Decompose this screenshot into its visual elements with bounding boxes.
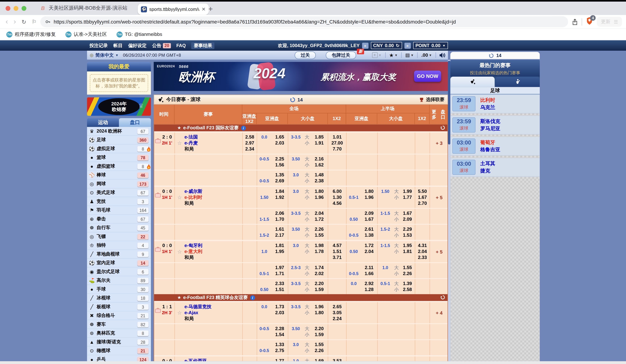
hot-away-team[interactable]: 格鲁吉亚 xyxy=(480,146,500,153)
1x2-cell[interactable] xyxy=(328,324,347,339)
site-permissions-icon[interactable] xyxy=(45,19,50,24)
hot-home-team[interactable]: 土耳其 xyxy=(480,160,495,167)
asian-handicap-cell[interactable]: 1.800.5-11.96 xyxy=(347,187,378,208)
update-button[interactable]: 更新 ☰ xyxy=(597,17,622,27)
asian-handicap-cell[interactable]: 2.110-0.51.66 xyxy=(347,263,378,278)
sidebar-sport-奥林匹克[interactable]: ⊚奥林匹克8 xyxy=(87,329,151,338)
more-markets-cell[interactable] xyxy=(430,279,448,294)
star-icon[interactable]: ★ xyxy=(177,295,181,300)
select-league-button[interactable]: 选择联赛 xyxy=(419,97,444,103)
sidebar-sport-竞技[interactable]: ♟竞技3 xyxy=(87,197,151,206)
sidebar-sport-2024 欧洲杯[interactable]: ♛2024 欧洲杯67 xyxy=(87,127,151,136)
reload-icon[interactable]: ↻ xyxy=(22,18,26,25)
more-markets-cell[interactable]: + 4 xyxy=(430,302,448,323)
promo-banner[interactable]: EURO2024 5666 欧洲杯 2024 累积流水，赢取大奖 GO NOW xyxy=(154,62,448,91)
half-1x2-cell[interactable] xyxy=(415,133,430,154)
away-team[interactable]: e-比利时 xyxy=(184,194,242,200)
asian-handicap-cell[interactable] xyxy=(347,340,378,355)
main-scrollbar[interactable] xyxy=(448,60,450,361)
close-tab-icon[interactable]: ✕ xyxy=(202,6,206,12)
refresh-icon[interactable] xyxy=(440,295,445,301)
over-under-cell[interactable] xyxy=(378,133,415,154)
minimize-window-button[interactable] xyxy=(14,6,18,10)
asian-handicap-cell[interactable] xyxy=(347,170,378,186)
tab-markets[interactable]: 盘口 xyxy=(119,118,151,127)
1x2-cell[interactable] xyxy=(328,340,347,355)
more-markets-cell[interactable] xyxy=(430,209,448,224)
half-1x2-cell[interactable] xyxy=(415,302,430,323)
over-under-cell[interactable]: 3-3.5大1.85 小1.91 xyxy=(288,133,328,154)
over-under-cell[interactable]: 0.5-1大1.39 小2.58 xyxy=(378,279,415,294)
ah-1x2-cell[interactable] xyxy=(243,154,257,170)
over-under-cell[interactable] xyxy=(378,170,415,186)
asian-handicap-cell[interactable] xyxy=(347,356,378,361)
home-team[interactable]: e-马德里竞技 xyxy=(184,304,242,310)
sidebar-sport-盖尔式足球[interactable]: ◉盖尔式足球6 xyxy=(87,267,151,276)
sidebar-sport-网球[interactable]: ◎网球173 xyxy=(87,180,151,188)
go-now-button[interactable]: GO NOW xyxy=(414,71,441,82)
1x2-cell[interactable]: 4.571.513.71 xyxy=(328,241,347,262)
over-under-cell[interactable]: 3-3.5大2.20 小1.59 xyxy=(288,279,328,294)
over-under-cell[interactable]: 1.0大1.55 小2.26 xyxy=(378,263,415,278)
more-markets-count[interactable]: + 3 xyxy=(430,134,448,152)
asian-handicap-cell[interactable]: 0-0.52.28 1.54 xyxy=(257,324,288,339)
over-under-cell[interactable]: 1.0大1.69 小2.07 xyxy=(288,356,328,361)
ah-1x2-cell[interactable] xyxy=(243,170,257,186)
ah-1x2-cell[interactable] xyxy=(243,241,257,262)
hot-away-team[interactable]: 乌克兰 xyxy=(480,104,495,111)
asian-handicap-cell[interactable]: 1.970.5-11.71 xyxy=(257,263,288,278)
euro-2024-side-banner[interactable]: 2024年 欧锦赛 ♕ xyxy=(87,97,151,116)
over-under-cell[interactable]: 1-1.5大1.67 小2.09 xyxy=(378,209,415,224)
more-markets-count[interactable]: + 5 xyxy=(430,188,448,206)
more-markets-cell[interactable] xyxy=(430,340,448,355)
draw-label[interactable]: 和局 xyxy=(184,316,242,322)
home-team[interactable]: e-威尔斯 xyxy=(184,188,242,194)
browser-tab-active[interactable]: ⚽ sports.ttbbyyllyyml.com/web- ✕ xyxy=(138,4,209,15)
scrollbar-thumb[interactable] xyxy=(448,61,450,145)
ah-1x2-cell[interactable] xyxy=(243,302,257,323)
ah-1x2-cell[interactable] xyxy=(243,279,257,294)
away-team[interactable]: e-丹麦 xyxy=(184,140,242,146)
forward-icon[interactable]: › xyxy=(14,18,16,26)
bookmark-item[interactable]: TmTG: @tianmeibbs xyxy=(117,31,162,37)
chevron-down-icon[interactable]: ▼ xyxy=(442,44,445,47)
window-controls[interactable] xyxy=(6,6,30,10)
language-selector[interactable]: ⊕ 简体中文 ▼ xyxy=(89,51,119,59)
1x2-cell[interactable] xyxy=(328,209,347,224)
refresh-icon[interactable] xyxy=(290,97,295,102)
hot-tab-soccer[interactable] xyxy=(450,77,495,87)
nav-item-投注记录[interactable]: 投注记录 xyxy=(89,42,108,48)
browser-tab-inactive[interactable]: B 天美社区源码网-BOB全开源-演示站 xyxy=(40,5,127,11)
odds-format-button[interactable]: .00▼ xyxy=(421,52,432,58)
back-icon[interactable]: ‹ xyxy=(6,18,8,26)
asian-handicap-cell[interactable]: 1.330-0.52.75 xyxy=(257,340,288,355)
asian-handicap-cell[interactable]: 1.611.5-22.17 xyxy=(257,225,288,240)
nav-item-帐目[interactable]: 帐目 xyxy=(113,42,123,48)
away-team[interactable]: e-意大利 xyxy=(184,249,242,255)
draw-label[interactable]: 和局 xyxy=(184,200,242,206)
hot-match-card[interactable]: 23:59滚球比利时乌克兰 xyxy=(450,95,540,113)
over-under-cell[interactable]: 1-1.5大1.95 小1.81 xyxy=(378,241,415,262)
away-team[interactable]: e-Ajax xyxy=(184,310,242,316)
point-box[interactable]: POINT 0.00 ▼ xyxy=(413,42,448,49)
asian-handicap-cell[interactable]: 1.770-0.51.99 xyxy=(257,356,288,361)
ah-1x2-cell[interactable] xyxy=(243,263,257,278)
hot-match-card[interactable]: 03:00滚球葡萄牙格鲁吉亚 xyxy=(450,137,540,156)
draw-label[interactable]: 和局 xyxy=(184,255,242,261)
half-1x2-cell[interactable] xyxy=(415,340,430,355)
more-markets-cell[interactable]: + 5 xyxy=(430,241,448,262)
sidebar-sport-飞镖[interactable]: ◎飞镖22 xyxy=(87,232,151,241)
ah-1x2-cell[interactable] xyxy=(243,340,257,355)
asian-handicap-cell[interactable]: 1.350-0.52.69 xyxy=(257,170,288,186)
live-tv-icon[interactable] xyxy=(155,192,161,199)
1x2-cell[interactable] xyxy=(328,263,347,278)
sidebar-sport-板棍球[interactable]: ╱板棍球3 xyxy=(87,303,151,311)
asian-handicap-cell[interactable]: 2.090.501.67 xyxy=(347,209,378,224)
more-markets-cell[interactable] xyxy=(430,324,448,339)
bookmark-item[interactable]: Tm认准->天美社区 xyxy=(65,31,107,38)
over-under-cell[interactable]: 3.50大2.20 小1.59 xyxy=(288,324,328,339)
1x2-cell[interactable] xyxy=(328,225,347,240)
hot-tab-basketball[interactable] xyxy=(495,77,540,87)
asian-handicap-cell[interactable] xyxy=(347,324,378,339)
sidebar-sport-美式足球[interactable]: ⊙美式足球67 xyxy=(87,188,151,197)
